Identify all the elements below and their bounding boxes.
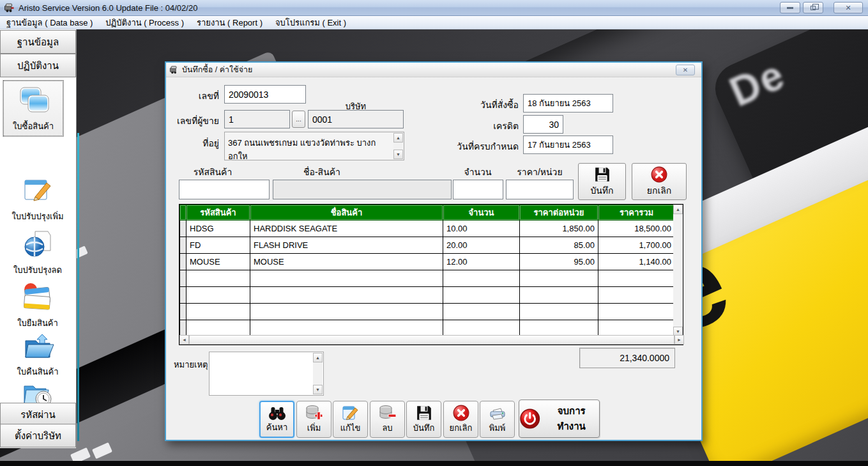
empty-cell[interactable] [443,304,520,320]
sidebar-item-adjust-increase[interactable]: ใบปรับปรุงเพิ่ม [0,175,75,223]
grid-row[interactable]: HDSG HARDDISK SEAGATE 10.00 1,850.00 18,… [180,221,675,237]
order-date-input[interactable] [523,94,613,113]
row-selector[interactable] [180,270,187,287]
empty-cell[interactable] [187,320,250,337]
sidebar-button-company-settings[interactable]: ตั้งค่าบริษัท [0,424,76,447]
dialog-close-button[interactable]: ✕ [676,65,695,75]
empty-cell[interactable] [598,304,675,320]
menu-exit[interactable]: จบโปรแกรม ( Exit ) [269,15,353,31]
row-selector[interactable] [180,304,187,320]
cell-qty[interactable]: 20.00 [443,237,520,254]
credit-input[interactable] [523,115,563,134]
menu-database[interactable]: ฐานข้อมูล ( Data base ) [0,15,99,31]
menu-process[interactable]: ปฏิบัติงาน ( Process ) [99,15,190,31]
toolbar-cancel-button[interactable]: ยกเลิก [443,401,478,438]
row-selector[interactable] [180,320,187,337]
scroll-right-icon[interactable]: ► [674,335,684,345]
close-button[interactable]: ✕ [834,2,863,13]
empty-cell[interactable] [187,270,250,287]
scroll-down-icon[interactable]: ▼ [313,385,323,394]
empty-cell[interactable] [250,287,443,304]
entry-name-input[interactable] [273,180,452,199]
notes-textarea[interactable]: ▲ ▼ [209,352,324,396]
due-date-input[interactable] [523,136,613,154]
scroll-up-icon[interactable]: ▲ [673,205,683,214]
cell-total[interactable]: 1,700.00 [598,237,675,254]
empty-cell[interactable] [598,320,675,337]
toolbar-edit-button[interactable]: แก้ไข [333,401,368,438]
grid-empty-row[interactable] [180,270,675,287]
scroll-up-icon[interactable]: ▲ [313,353,323,362]
grid-empty-row[interactable] [180,304,675,320]
company-code-input[interactable] [308,110,404,128]
empty-cell[interactable] [187,287,250,304]
scroll-up-icon[interactable]: ▲ [393,133,403,143]
address-scrollbar[interactable]: ▲ ▼ [393,133,403,159]
cell-code[interactable]: MOUSE [187,254,250,270]
cell-unit-price[interactable]: 85.00 [520,237,598,254]
cell-code[interactable]: FD [187,237,250,254]
empty-cell[interactable] [443,270,520,287]
sidebar-item-adjust-decrease[interactable]: ใบปรับปรุงลด [0,229,75,277]
empty-cell[interactable] [250,320,443,337]
cell-name[interactable]: MOUSE [250,254,443,270]
sidebar-item-return-goods[interactable]: ใบคืนสินค้า [0,332,75,378]
address-textarea[interactable]: 367 ถนนเพชรเกษม แขวงวัดท่าพระ บางกอกให ▲… [224,132,404,160]
toolbar-save-button[interactable]: บันทึก [406,401,441,438]
grid-horizontal-scrollbar[interactable]: ◄ ► [179,335,684,345]
row-selector[interactable] [180,254,187,270]
scroll-left-icon[interactable]: ◄ [179,335,189,345]
empty-cell[interactable] [443,287,520,304]
row-selector[interactable] [180,287,187,304]
sidebar-button-process[interactable]: ปฏิบัติงาน [0,54,76,77]
scroll-down-icon[interactable]: ▼ [393,150,403,159]
cell-total[interactable]: 18,500.00 [598,221,675,237]
notes-scrollbar[interactable]: ▲ ▼ [313,353,323,394]
entry-code-input[interactable] [179,180,270,199]
empty-cell[interactable] [520,304,598,320]
scrollbar-thumb[interactable] [189,335,674,345]
toolbar-search-button[interactable]: ค้นหา [259,401,294,438]
cell-qty[interactable]: 10.00 [443,221,520,237]
grid-empty-row[interactable] [180,287,675,304]
empty-cell[interactable] [250,304,443,320]
grid-row[interactable]: FD FLASH DRIVE 20.00 85.00 1,700.00 [180,237,675,254]
entry-unit-price-input[interactable] [506,180,574,199]
entry-save-button[interactable]: บันทึก [578,163,626,200]
exit-program-button[interactable]: จบการทำงาน [519,400,600,438]
sidebar-item-purchase-doc[interactable]: ใบซื้อสินค้า [3,81,63,136]
empty-cell[interactable] [187,304,250,320]
empty-cell[interactable] [443,320,520,337]
empty-cell[interactable] [598,270,675,287]
toolbar-delete-button[interactable]: ลบ [370,401,405,438]
grid-vertical-scrollbar[interactable]: ▲ ▼ [673,205,683,336]
sidebar-item-borrow-goods[interactable]: ใบยืมสินค้า [0,281,75,330]
empty-cell[interactable] [520,270,598,287]
cell-unit-price[interactable]: 95.00 [520,254,598,270]
entry-qty-input[interactable] [453,180,503,199]
doc-no-input[interactable] [224,85,306,104]
grid-empty-row[interactable] [180,320,675,337]
toolbar-add-button[interactable]: เพิ่ม [296,401,331,438]
empty-cell[interactable] [250,270,443,287]
menu-report[interactable]: รายงาน ( Report ) [190,15,269,31]
sidebar-button-database[interactable]: ฐานข้อมูล [0,30,76,54]
cell-qty[interactable]: 12.00 [443,254,520,270]
cell-name[interactable]: FLASH DRIVE [250,237,443,254]
grid-row[interactable]: MOUSE MOUSE 12.00 95.00 1,140.00 [180,254,675,270]
cell-total[interactable]: 1,140.00 [598,254,675,270]
sidebar-button-password[interactable]: รหัสผ่าน [0,403,76,426]
cell-name[interactable]: HARDDISK SEAGATE [250,221,443,237]
vendor-no-input[interactable] [224,110,290,128]
cell-code[interactable]: HDSG [187,221,250,237]
empty-cell[interactable] [520,287,598,304]
vendor-browse-button[interactable]: ... [292,111,305,128]
row-selector[interactable] [180,221,187,237]
minimize-button[interactable] [780,2,800,13]
cell-unit-price[interactable]: 1,850.00 [520,221,598,237]
row-selector[interactable] [180,237,187,254]
toolbar-print-button[interactable]: พิมพ์ [480,401,515,438]
restore-button[interactable] [803,2,823,13]
empty-cell[interactable] [598,287,675,304]
empty-cell[interactable] [520,320,598,337]
